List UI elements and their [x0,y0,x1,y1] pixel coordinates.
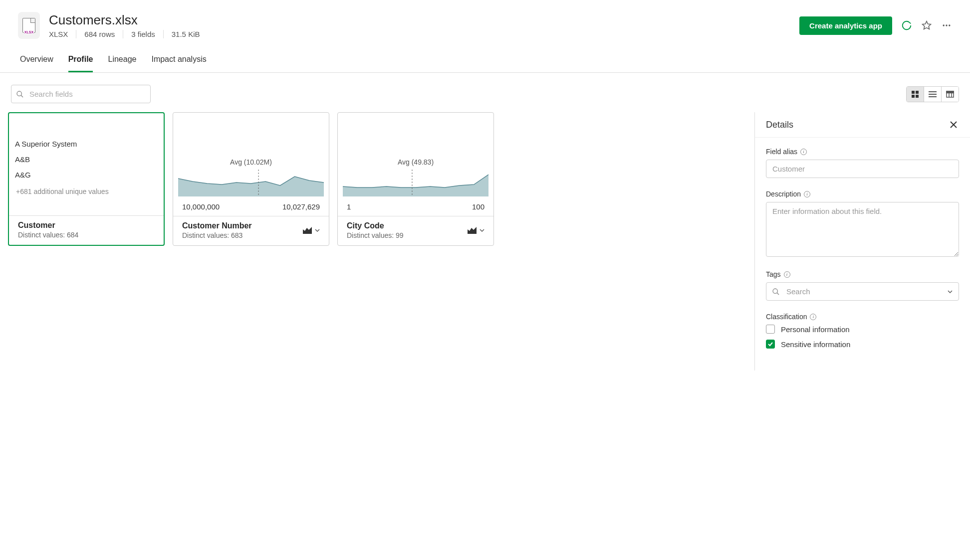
search-icon [772,288,780,296]
file-meta: XLSX 684 rows 3 fields 31.5 KiB [49,30,790,38]
svg-point-21 [773,289,777,293]
personal-info-checkbox[interactable] [766,325,775,334]
close-icon[interactable] [948,119,959,130]
field-name: City Code [347,221,404,230]
field-card-city-code[interactable]: Avg (49.83) 1 100 City Code Distinct val… [337,112,494,246]
list-view-button[interactable] [924,87,942,102]
avg-label: Avg (49.83) [343,158,488,166]
details-panel: Details Field alias i Description i [754,112,970,371]
tabs: Overview Profile Lineage Impact analysis [0,50,970,73]
chevron-down-icon[interactable] [947,289,953,295]
area-chart-icon [303,227,312,234]
svg-marker-0 [923,21,931,29]
tags-label: Tags [766,270,781,278]
table-view-button[interactable] [942,87,959,102]
sample-value: A&B [15,152,158,167]
svg-line-5 [21,95,23,97]
tab-impact-analysis[interactable]: Impact analysis [151,50,206,72]
sensitive-info-checkbox[interactable] [766,340,775,349]
field-name: Customer Number [182,221,252,230]
svg-rect-9 [916,95,919,98]
field-name: Customer [18,221,78,230]
description-input[interactable] [766,202,959,257]
description-label: Description [766,190,801,198]
svg-point-4 [17,91,21,96]
info-icon[interactable]: i [800,149,807,155]
tab-lineage[interactable]: Lineage [108,50,136,72]
create-analytics-app-button[interactable]: Create analytics app [799,16,892,35]
svg-rect-10 [929,91,937,92]
chart-type-toggle[interactable] [468,227,485,234]
search-fields-box [11,85,151,103]
chart-type-toggle[interactable] [303,227,320,234]
checkbox-label: Sensitive information [781,340,850,349]
svg-rect-11 [929,94,937,95]
info-icon[interactable]: i [784,271,790,278]
field-card-customer[interactable]: A Superior System A&B A&G +681 additiona… [8,112,165,246]
info-icon[interactable]: i [810,314,816,320]
svg-rect-8 [912,95,915,98]
svg-rect-14 [947,91,954,93]
more-options-icon[interactable] [941,20,952,31]
range-min: 10,000,000 [182,202,220,211]
classification-label: Classification [766,313,807,321]
svg-line-22 [777,293,779,295]
search-icon [16,90,24,98]
page-title: Customers.xlsx [49,12,790,28]
field-card-customer-number[interactable]: Avg (10.02M) 10,000,000 10,027,629 Custo… [173,112,329,246]
chevron-down-icon [315,228,320,233]
tab-overview[interactable]: Overview [20,50,53,72]
field-count: 3 fields [131,30,164,38]
distribution-chart [178,168,324,196]
refresh-icon[interactable] [901,20,912,31]
sample-value: A&G [15,167,158,183]
distinct-count: Distinct values: 684 [18,231,78,239]
avg-label: Avg (10.02M) [178,158,324,166]
svg-point-3 [949,24,950,26]
search-fields-input[interactable] [11,85,151,103]
field-alias-label: Field alias [766,148,797,156]
row-count: 684 rows [84,30,123,38]
svg-rect-12 [929,96,937,97]
distribution-chart [343,168,488,196]
favorite-star-icon[interactable] [921,20,932,31]
range-max: 10,027,629 [282,202,320,211]
info-icon[interactable]: i [804,191,810,197]
range-max: 100 [472,202,485,211]
file-type: XLSX [49,30,76,38]
header-title-block: Customers.xlsx XLSX 684 rows 3 fields 31… [49,12,790,38]
file-size: 31.5 KiB [172,30,200,38]
distinct-count: Distinct values: 99 [347,231,404,239]
svg-rect-6 [912,91,915,94]
range-min: 1 [347,202,351,211]
tab-profile[interactable]: Profile [68,50,93,72]
grid-view-button[interactable] [907,87,924,102]
tags-input[interactable] [766,282,959,301]
sample-value: A Superior System [15,136,158,152]
field-alias-input[interactable] [766,160,959,178]
svg-rect-7 [916,91,919,94]
distinct-count: Distinct values: 683 [182,231,252,239]
chevron-down-icon [480,228,485,233]
file-icon: XLSX [18,12,40,39]
area-chart-icon [468,227,477,234]
svg-point-1 [943,24,945,26]
checkbox-label: Personal information [781,325,850,334]
view-toggle [906,86,959,102]
svg-point-2 [946,24,947,26]
more-values-label: +681 additional unique values [15,183,158,200]
details-title: Details [766,120,793,130]
